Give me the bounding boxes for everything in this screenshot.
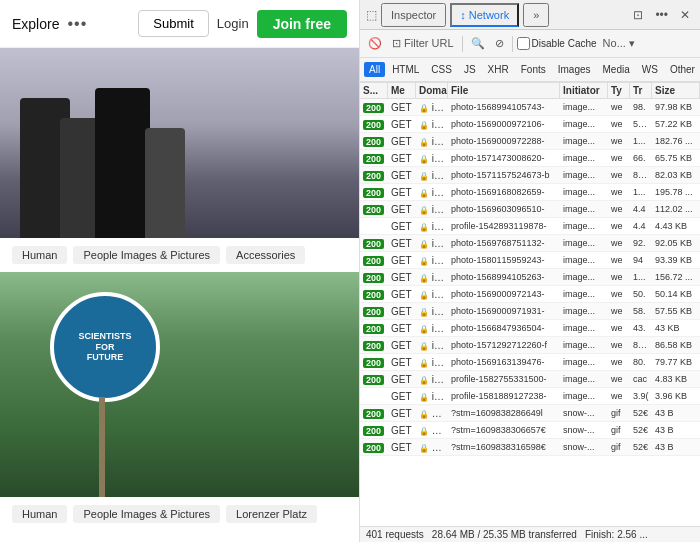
filter-media[interactable]: Media — [598, 62, 635, 77]
filter-all[interactable]: All — [364, 62, 385, 77]
cell-status: 200 — [360, 203, 388, 216]
filter-images[interactable]: Images — [553, 62, 596, 77]
more-options-icon[interactable]: ••• — [651, 6, 672, 24]
cell-file: profile-1581889127238- — [448, 390, 560, 402]
nav-more-dots[interactable]: ••• — [67, 15, 87, 33]
tag-human[interactable]: Human — [12, 246, 67, 264]
table-row[interactable]: 200GET🔒 ima...photo-1569168082659-image.… — [360, 184, 700, 201]
cell-status: 200 — [360, 237, 388, 250]
cell-file: profile-1582755331500- — [448, 373, 560, 385]
tab-inspector[interactable]: Inspector — [381, 3, 446, 27]
table-row[interactable]: 200GET🔒 ima...photo-1566847936504-image.… — [360, 320, 700, 337]
cell-size: 92.05 KB — [652, 237, 700, 249]
table-row[interactable]: 200GET🔒 ima...photo-1571157524673-bimage… — [360, 167, 700, 184]
cell-file: photo-1568994105743- — [448, 101, 560, 113]
cell-method: GET — [388, 220, 416, 233]
tag-people2[interactable]: People Images & Pictures — [73, 505, 220, 523]
cell-size: 182.76 ... — [652, 135, 700, 147]
join-button[interactable]: Join free — [257, 10, 347, 38]
cell-domain: 🔒 ima... — [416, 118, 448, 131]
cell-initiator: image... — [560, 220, 608, 232]
tag-human2[interactable]: Human — [12, 505, 67, 523]
table-row[interactable]: 200GET🔒 ima...photo-1568994105743-image.… — [360, 99, 700, 116]
cell-trans: cac — [630, 373, 652, 385]
close-icon[interactable]: ✕ — [676, 6, 694, 24]
tag-lorenzer[interactable]: Lorenzer Platz — [226, 505, 317, 523]
tag-people[interactable]: People Images & Pictures — [73, 246, 220, 264]
cell-type: we — [608, 288, 630, 300]
table-row[interactable]: 200GET🔒 coll...?stm=1609838286649lsnow-.… — [360, 405, 700, 422]
table-row[interactable]: GET🔒 ima...profile-1542893119878-image..… — [360, 218, 700, 235]
cell-size: 4.43 KB — [652, 220, 700, 232]
table-row[interactable]: 200GET🔒 coll...?stm=1609838306657€snow-.… — [360, 422, 700, 439]
filter-toggle[interactable]: ⊡ Filter URL — [388, 35, 458, 52]
filter-xhr[interactable]: XHR — [483, 62, 514, 77]
cell-initiator: snow-... — [560, 424, 608, 436]
cell-file: photo-1566847936504- — [448, 322, 560, 334]
clear-button[interactable]: 🚫 — [364, 35, 386, 52]
cell-method: GET — [388, 101, 416, 114]
cell-trans: 58. — [630, 305, 652, 317]
cell-domain: 🔒 ima... — [416, 390, 448, 403]
cell-trans: 4.4 — [630, 220, 652, 232]
table-row[interactable]: 200GET🔒 ima...photo-1569000972288-image.… — [360, 133, 700, 150]
table-row[interactable]: 200GET🔒 ima...profile-1582755331500-imag… — [360, 371, 700, 388]
cell-method: GET — [388, 135, 416, 148]
cell-type: we — [608, 152, 630, 164]
cell-file: photo-1569000972106- — [448, 118, 560, 130]
network-rows: 200GET🔒 ima...photo-1568994105743-image.… — [360, 99, 700, 456]
login-button[interactable]: Login — [217, 16, 249, 31]
sign-circle: SCIENTISTSFORFUTURE — [50, 292, 160, 402]
cell-trans: 43. — [630, 322, 652, 334]
top-nav: Explore ••• Submit Login Join free — [0, 0, 359, 48]
table-row[interactable]: 200GET🔒 ima...photo-1580115959243-image.… — [360, 252, 700, 269]
cell-status: 200 — [360, 271, 388, 284]
filter-ws[interactable]: WS — [637, 62, 663, 77]
tab-more[interactable]: » — [523, 3, 549, 27]
table-row[interactable]: 200GET🔒 ima...photo-1569000972143-image.… — [360, 286, 700, 303]
tag-accessories[interactable]: Accessories — [226, 246, 305, 264]
explore-link[interactable]: Explore — [12, 16, 59, 32]
cell-file: photo-1569000972288- — [448, 135, 560, 147]
sign-text: SCIENTISTSFORFUTURE — [78, 331, 131, 363]
table-row[interactable]: 200GET🔒 coll...?stm=1609838316598€snow-.… — [360, 439, 700, 456]
block-button[interactable]: ⊘ — [491, 35, 508, 52]
cell-type: we — [608, 356, 630, 368]
cell-file: photo-1571292712260-f — [448, 339, 560, 351]
table-row[interactable]: 200GET🔒 ima...photo-1569768751132-image.… — [360, 235, 700, 252]
filter-css[interactable]: CSS — [426, 62, 457, 77]
table-row[interactable]: 200GET🔒 ima...photo-1571473008620-image.… — [360, 150, 700, 167]
cell-method: GET — [388, 203, 416, 216]
cell-method: GET — [388, 441, 416, 454]
cell-method: GET — [388, 339, 416, 352]
cell-domain: 🔒 ima... — [416, 220, 448, 233]
network-table[interactable]: S... Me Domain File Initiator Ty Tr Size… — [360, 83, 700, 526]
throttling-select[interactable]: No... ▾ — [599, 35, 639, 52]
table-row[interactable]: 200GET🔒 ima...photo-1568994105263-image.… — [360, 269, 700, 286]
filter-fonts[interactable]: Fonts — [516, 62, 551, 77]
cell-method: GET — [388, 152, 416, 165]
table-row[interactable]: 200GET🔒 ima...photo-1569000971931-image.… — [360, 303, 700, 320]
cell-size: 82.03 KB — [652, 169, 700, 181]
cell-domain: 🔒 ima... — [416, 101, 448, 114]
cell-type: we — [608, 203, 630, 215]
cell-trans: 1... — [630, 271, 652, 283]
cell-method: GET — [388, 407, 416, 420]
table-row[interactable]: 200GET🔒 ima...photo-1571292712260-fimage… — [360, 337, 700, 354]
search-button[interactable]: 🔍 — [467, 35, 489, 52]
table-row[interactable]: 200GET🔒 ima...photo-1569603096510-image.… — [360, 201, 700, 218]
cell-file: ?stm=1609838306657€ — [448, 424, 560, 436]
dock-icon[interactable]: ⊡ — [629, 6, 647, 24]
tab-network[interactable]: ↕ Network — [450, 3, 519, 27]
table-row[interactable]: GET🔒 ima...profile-1581889127238-image..… — [360, 388, 700, 405]
table-row[interactable]: 200GET🔒 ima...photo-1569163139476-image.… — [360, 354, 700, 371]
disable-cache-checkbox[interactable] — [517, 37, 530, 50]
cell-type: we — [608, 271, 630, 283]
cell-initiator: image... — [560, 169, 608, 181]
filter-js[interactable]: JS — [459, 62, 481, 77]
table-row[interactable]: 200GET🔒 ima...photo-1569000972106-image.… — [360, 116, 700, 133]
filter-html[interactable]: HTML — [387, 62, 424, 77]
cell-domain: 🔒 ima... — [416, 271, 448, 284]
filter-other[interactable]: Other — [665, 62, 700, 77]
submit-button[interactable]: Submit — [138, 10, 208, 37]
